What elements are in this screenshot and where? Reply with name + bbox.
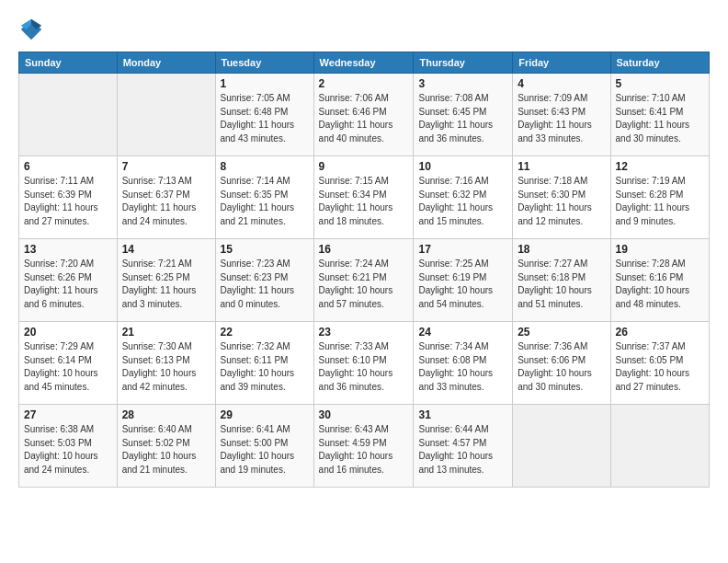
- day-number: 20: [24, 326, 112, 339]
- weekday-header: Saturday: [610, 52, 709, 74]
- weekday-header: Tuesday: [215, 52, 313, 74]
- day-info: Sunrise: 7:36 AMSunset: 6:06 PMDaylight:…: [518, 340, 605, 394]
- calendar-cell: 1Sunrise: 7:05 AMSunset: 6:48 PMDaylight…: [215, 74, 313, 156]
- calendar-cell: 23Sunrise: 7:33 AMSunset: 6:10 PMDayligh…: [313, 322, 414, 405]
- day-info: Sunrise: 7:25 AMSunset: 6:19 PMDaylight:…: [418, 258, 507, 311]
- calendar-cell: 25Sunrise: 7:36 AMSunset: 6:06 PMDayligh…: [513, 322, 610, 405]
- logo-icon: [18, 17, 44, 42]
- day-number: 1: [221, 77, 309, 90]
- day-number: 22: [221, 326, 309, 339]
- calendar-cell: 27Sunrise: 6:38 AMSunset: 5:03 PMDayligh…: [19, 405, 118, 488]
- day-number: 29: [221, 408, 309, 421]
- day-info: Sunrise: 7:28 AMSunset: 6:16 PMDaylight:…: [616, 258, 704, 311]
- calendar-header: SundayMondayTuesdayWednesdayThursdayFrid…: [19, 52, 710, 74]
- calendar-cell: 29Sunrise: 6:41 AMSunset: 5:00 PMDayligh…: [215, 405, 313, 488]
- day-number: 25: [518, 326, 605, 339]
- calendar-week-row: 1Sunrise: 7:05 AMSunset: 6:48 PMDaylight…: [19, 74, 710, 156]
- day-number: 19: [616, 243, 704, 256]
- calendar-cell: 21Sunrise: 7:30 AMSunset: 6:13 PMDayligh…: [117, 322, 215, 405]
- day-number: 26: [616, 326, 704, 339]
- calendar-cell: 17Sunrise: 7:25 AMSunset: 6:19 PMDayligh…: [414, 239, 513, 322]
- day-number: 5: [616, 77, 704, 90]
- weekday-header: Monday: [117, 52, 215, 74]
- day-info: Sunrise: 6:40 AMSunset: 5:02 PMDaylight:…: [122, 423, 210, 477]
- day-info: Sunrise: 7:09 AMSunset: 6:43 PMDaylight:…: [518, 92, 605, 145]
- calendar-cell: 9Sunrise: 7:15 AMSunset: 6:34 PMDaylight…: [313, 156, 414, 239]
- day-number: 8: [221, 160, 309, 173]
- day-number: 9: [319, 160, 409, 173]
- day-number: 12: [616, 160, 704, 173]
- day-info: Sunrise: 7:37 AMSunset: 6:05 PMDaylight:…: [616, 340, 704, 394]
- day-info: Sunrise: 6:38 AMSunset: 5:03 PMDaylight:…: [24, 423, 112, 477]
- calendar-cell: [513, 405, 610, 488]
- day-number: 11: [518, 160, 605, 173]
- weekday-header: Thursday: [414, 52, 513, 74]
- calendar-cell: 8Sunrise: 7:14 AMSunset: 6:35 PMDaylight…: [215, 156, 313, 239]
- day-info: Sunrise: 7:08 AMSunset: 6:45 PMDaylight:…: [418, 92, 507, 145]
- day-number: 17: [418, 243, 507, 256]
- day-info: Sunrise: 7:20 AMSunset: 6:26 PMDaylight:…: [24, 258, 112, 311]
- day-info: Sunrise: 7:13 AMSunset: 6:37 PMDaylight:…: [122, 175, 210, 228]
- day-number: 31: [418, 408, 507, 421]
- calendar-table: SundayMondayTuesdayWednesdayThursdayFrid…: [18, 52, 710, 488]
- day-number: 21: [122, 326, 210, 339]
- calendar-cell: 12Sunrise: 7:19 AMSunset: 6:28 PMDayligh…: [610, 156, 709, 239]
- calendar-cell: 22Sunrise: 7:32 AMSunset: 6:11 PMDayligh…: [215, 322, 313, 405]
- calendar-week-row: 13Sunrise: 7:20 AMSunset: 6:26 PMDayligh…: [19, 239, 710, 322]
- calendar-cell: 20Sunrise: 7:29 AMSunset: 6:14 PMDayligh…: [19, 322, 118, 405]
- day-info: Sunrise: 7:05 AMSunset: 6:48 PMDaylight:…: [221, 92, 309, 145]
- day-info: Sunrise: 7:18 AMSunset: 6:30 PMDaylight:…: [518, 175, 605, 228]
- calendar-cell: 26Sunrise: 7:37 AMSunset: 6:05 PMDayligh…: [610, 322, 709, 405]
- day-number: 23: [319, 326, 409, 339]
- calendar-cell: 11Sunrise: 7:18 AMSunset: 6:30 PMDayligh…: [513, 156, 610, 239]
- day-info: Sunrise: 7:34 AMSunset: 6:08 PMDaylight:…: [418, 340, 507, 394]
- calendar-cell: 2Sunrise: 7:06 AMSunset: 6:46 PMDaylight…: [313, 74, 414, 156]
- calendar-cell: [610, 405, 709, 488]
- calendar-cell: 10Sunrise: 7:16 AMSunset: 6:32 PMDayligh…: [414, 156, 513, 239]
- day-info: Sunrise: 7:24 AMSunset: 6:21 PMDaylight:…: [319, 258, 409, 311]
- calendar-cell: 7Sunrise: 7:13 AMSunset: 6:37 PMDaylight…: [117, 156, 215, 239]
- day-number: 30: [319, 408, 409, 421]
- calendar-cell: [19, 74, 118, 156]
- day-number: 2: [319, 77, 409, 90]
- day-number: 24: [418, 326, 507, 339]
- weekday-header: Wednesday: [313, 52, 414, 74]
- day-info: Sunrise: 7:30 AMSunset: 6:13 PMDaylight:…: [122, 340, 210, 394]
- calendar-cell: 13Sunrise: 7:20 AMSunset: 6:26 PMDayligh…: [19, 239, 118, 322]
- day-info: Sunrise: 7:33 AMSunset: 6:10 PMDaylight:…: [319, 340, 409, 394]
- calendar-cell: 31Sunrise: 6:44 AMSunset: 4:57 PMDayligh…: [414, 405, 513, 488]
- day-number: 18: [518, 243, 605, 256]
- calendar-cell: 5Sunrise: 7:10 AMSunset: 6:41 PMDaylight…: [610, 74, 709, 156]
- day-info: Sunrise: 7:10 AMSunset: 6:41 PMDaylight:…: [616, 92, 704, 145]
- day-info: Sunrise: 7:11 AMSunset: 6:39 PMDaylight:…: [24, 175, 112, 228]
- day-number: 7: [122, 160, 210, 173]
- calendar-cell: 19Sunrise: 7:28 AMSunset: 6:16 PMDayligh…: [610, 239, 709, 322]
- calendar-cell: [117, 74, 215, 156]
- calendar-cell: 3Sunrise: 7:08 AMSunset: 6:45 PMDaylight…: [414, 74, 513, 156]
- weekday-header: Sunday: [19, 52, 118, 74]
- calendar-cell: 15Sunrise: 7:23 AMSunset: 6:23 PMDayligh…: [215, 239, 313, 322]
- calendar-cell: 28Sunrise: 6:40 AMSunset: 5:02 PMDayligh…: [117, 405, 215, 488]
- logo: [18, 17, 48, 42]
- calendar-body: 1Sunrise: 7:05 AMSunset: 6:48 PMDaylight…: [19, 74, 710, 488]
- calendar-week-row: 27Sunrise: 6:38 AMSunset: 5:03 PMDayligh…: [19, 405, 710, 488]
- day-info: Sunrise: 6:43 AMSunset: 4:59 PMDaylight:…: [319, 423, 409, 477]
- day-info: Sunrise: 7:14 AMSunset: 6:35 PMDaylight:…: [221, 175, 309, 228]
- weekday-header: Friday: [513, 52, 610, 74]
- day-number: 3: [418, 77, 507, 90]
- day-info: Sunrise: 6:44 AMSunset: 4:57 PMDaylight:…: [418, 423, 507, 477]
- page-header: [18, 17, 710, 42]
- day-info: Sunrise: 7:19 AMSunset: 6:28 PMDaylight:…: [616, 175, 704, 228]
- day-info: Sunrise: 7:15 AMSunset: 6:34 PMDaylight:…: [319, 175, 409, 228]
- day-info: Sunrise: 7:06 AMSunset: 6:46 PMDaylight:…: [319, 92, 409, 145]
- day-number: 15: [221, 243, 309, 256]
- day-number: 13: [24, 243, 112, 256]
- day-number: 28: [122, 408, 210, 421]
- day-number: 4: [518, 77, 605, 90]
- day-info: Sunrise: 7:27 AMSunset: 6:18 PMDaylight:…: [518, 258, 605, 311]
- calendar-week-row: 6Sunrise: 7:11 AMSunset: 6:39 PMDaylight…: [19, 156, 710, 239]
- calendar-week-row: 20Sunrise: 7:29 AMSunset: 6:14 PMDayligh…: [19, 322, 710, 405]
- day-info: Sunrise: 7:23 AMSunset: 6:23 PMDaylight:…: [221, 258, 309, 311]
- calendar-cell: 6Sunrise: 7:11 AMSunset: 6:39 PMDaylight…: [19, 156, 118, 239]
- weekday-row: SundayMondayTuesdayWednesdayThursdayFrid…: [19, 52, 710, 74]
